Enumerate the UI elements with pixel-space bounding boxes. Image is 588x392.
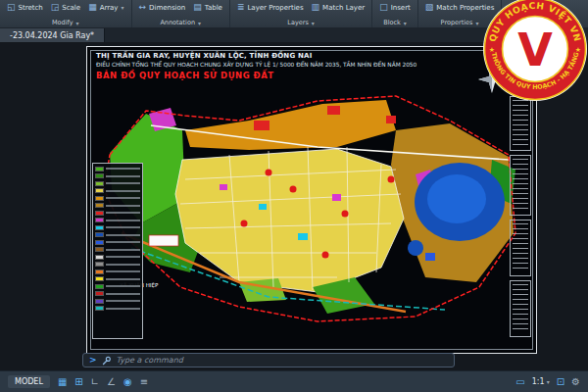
panel-label-modify[interactable]: Modify ▾	[7, 19, 124, 26]
isolate-objects-icon[interactable]: ⊡	[557, 377, 564, 387]
sheet-title-line1: THỊ TRẤN GIA RAY, HUYỆN XUÂN LỘC, TỈNH Đ…	[96, 52, 312, 60]
grid-icon[interactable]: ▦	[58, 377, 67, 387]
notes-box	[510, 96, 531, 151]
sheet-title-line3: BẢN ĐỒ QUY HOẠCH SỬ DỤNG ĐẤT	[96, 71, 274, 80]
lineweight-icon[interactable]: ≡	[140, 377, 148, 387]
layer-properties-label: Layer Properties	[247, 4, 303, 12]
chevron-down-icon: ▾	[76, 20, 79, 26]
command-line[interactable]: >	[82, 353, 455, 368]
model-space-button[interactable]: MODEL	[8, 375, 50, 388]
legend-row	[95, 218, 140, 223]
file-tab-gia-ray[interactable]: -23.04.2024 Gia Ray*	[0, 28, 105, 42]
legend-row	[95, 173, 140, 179]
panel-label-layers[interactable]: Layers ▾	[237, 19, 365, 26]
legend-row	[95, 188, 140, 194]
legend-row	[95, 269, 140, 274]
match-layer-label: Match Layer	[322, 4, 365, 12]
dimension-button[interactable]: ↔ Dimension	[139, 3, 186, 12]
legend-row	[95, 195, 140, 201]
legend-row	[95, 283, 140, 289]
command-input[interactable]	[117, 356, 448, 365]
logo-letter: V	[517, 24, 553, 76]
dimension-label: Dimension	[149, 4, 185, 12]
annotation-scale-select[interactable]: 1:1 ▾	[532, 377, 550, 386]
layer-properties-button[interactable]: ≣ Layer Properties	[237, 3, 304, 12]
table-icon: ▤	[193, 3, 202, 12]
status-bar-right: ▭ 1:1 ▾ ⊡ ⚙	[515, 377, 580, 387]
ribbon-group-block: □ Insert Block ▾	[372, 0, 418, 27]
stretch-label: Stretch	[19, 4, 43, 12]
legend-row	[95, 291, 140, 297]
stretch-icon: ◱	[7, 3, 16, 12]
quy-hoach-viet-vn-logo: ★ ★ V QUY HOẠCH VIỆT VN THÔNG TIN QUY HO…	[482, 0, 588, 102]
ribbon-group-annotation: ↔ Dimension ▤ Table Annotation ▾	[132, 0, 230, 27]
chevron-down-icon: ▾	[312, 20, 315, 26]
statistics-table	[510, 155, 531, 216]
scale-label: Scale	[62, 4, 80, 12]
legend-row	[95, 254, 140, 260]
chevron-down-icon: ▾	[475, 20, 478, 26]
chevron-down-icon: ▾	[547, 378, 550, 385]
ribbon-group-layers: ≣ Layer Properties ▥ Match Layer Layers …	[230, 0, 372, 27]
polar-tracking-icon[interactable]: ∠	[107, 377, 116, 387]
match-layer-button[interactable]: ▥ Match Layer	[312, 3, 366, 12]
annotation-visibility-icon[interactable]: ▭	[515, 377, 524, 387]
legend-row	[95, 247, 140, 253]
legend-row	[95, 298, 140, 304]
command-prompt-icon: >	[89, 356, 97, 365]
array-icon: ▦	[88, 3, 97, 12]
status-bar: MODEL ▦ ⊞ ∟ ∠ ◉ ≡ ▭ 1:1 ▾ ⊡ ⚙	[0, 370, 588, 392]
object-snap-icon[interactable]: ◉	[123, 377, 132, 387]
town-label-box	[149, 235, 178, 246]
insert-icon: □	[379, 3, 388, 12]
legend-row	[95, 210, 140, 216]
array-button[interactable]: ▦ Array ▾	[88, 3, 123, 12]
match-layer-icon: ▥	[312, 3, 320, 12]
insert-button[interactable]: □ Insert	[379, 3, 411, 12]
legend-row	[95, 166, 140, 172]
legend-row	[95, 232, 140, 238]
legend-row	[95, 239, 140, 245]
legend-row	[95, 180, 140, 186]
layer-properties-icon: ≣	[237, 3, 245, 12]
legend-row	[95, 262, 140, 268]
land-use-map[interactable]: XÃ XUÂN HIỆP	[92, 86, 533, 343]
scale-button[interactable]: ◲ Scale	[51, 3, 80, 12]
chevron-down-icon: ▾	[404, 20, 407, 26]
array-label: Array	[100, 4, 119, 12]
match-properties-icon: ▧	[425, 3, 434, 12]
sheet-title-line2: ĐIỀU CHỈNH TỔNG THỂ QUY HOẠCH CHUNG XÂY …	[96, 62, 416, 68]
panel-label-block[interactable]: Block ▾	[379, 19, 411, 26]
chevron-down-icon: ▾	[198, 20, 201, 26]
legend-table	[92, 163, 143, 339]
dimension-icon: ↔	[139, 3, 147, 12]
table-label: Table	[205, 4, 222, 12]
table-button[interactable]: ▤ Table	[193, 3, 222, 12]
chevron-down-icon: ▾	[122, 4, 124, 11]
ortho-icon[interactable]: ∟	[91, 377, 99, 387]
stretch-button[interactable]: ◱ Stretch	[7, 3, 43, 12]
insert-label: Insert	[391, 4, 411, 12]
snap-icon[interactable]: ⊞	[74, 377, 82, 387]
legend-row	[95, 224, 140, 230]
notes-box	[510, 220, 531, 276]
planning-sheet: THỊ TRẤN GIA RAY, HUYỆN XUÂN LỘC, TỈNH Đ…	[86, 46, 537, 354]
legend-row	[95, 203, 140, 209]
panel-label-annotation[interactable]: Annotation ▾	[139, 19, 222, 26]
scale-icon: ◲	[51, 3, 60, 12]
wrench-icon[interactable]	[102, 356, 112, 366]
legend-row	[95, 276, 140, 282]
legend-row	[95, 306, 140, 312]
title-block	[510, 280, 531, 337]
ribbon-group-modify: ◱ Stretch ◲ Scale ▦ Array ▾ Modify ▾	[0, 0, 132, 27]
gear-icon[interactable]: ⚙	[571, 377, 580, 387]
